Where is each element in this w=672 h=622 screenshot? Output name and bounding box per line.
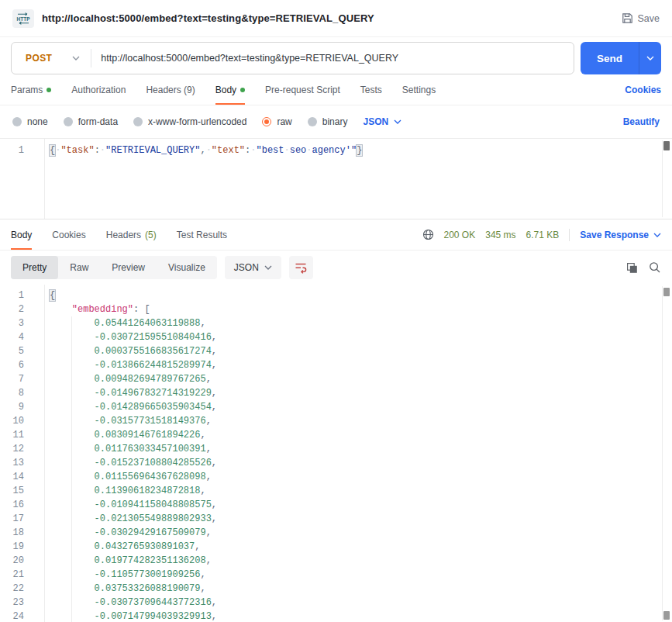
line-number: 15 (0, 484, 34, 498)
response-view-toolbar: Pretty Raw Preview Visualize JSON (0, 251, 672, 285)
radio-icon (308, 117, 317, 126)
line-number: 7 (0, 372, 34, 386)
chevron-down-icon (653, 233, 661, 237)
code-line: 17 -0.021305549889802933, (0, 512, 672, 526)
line-number: 6 (0, 358, 34, 372)
chevron-down-icon (264, 265, 272, 270)
line-number: 9 (0, 400, 34, 414)
code-token: · (206, 145, 212, 156)
code-line: 12 0.011763033457100391, (0, 442, 672, 456)
scrollbar-bottom-thumb[interactable] (663, 611, 670, 620)
line-number: 18 (0, 526, 34, 540)
save-button[interactable]: Save (622, 12, 660, 24)
http-method-icon: HTTP (12, 9, 34, 28)
code-content: -0.03157731518149376, (34, 414, 212, 428)
response-body-viewer[interactable]: 1{2 "embedding": [3 0.05441264063119888,… (0, 285, 672, 622)
response-tabs: Body Cookies Headers (5) Test Results 20… (0, 219, 672, 251)
code-line: 10 -0.03157731518149376, (0, 414, 672, 428)
view-tab-pretty[interactable]: Pretty (11, 256, 58, 279)
gutter-separator (44, 285, 45, 622)
request-body-editor[interactable]: 1 {·"task":·"RETRIEVAL_QUERY",·"text":·"… (0, 138, 672, 219)
response-format-select[interactable]: JSON (225, 256, 281, 279)
response-tab-test-results[interactable]: Test Results (177, 219, 227, 250)
beautify-link[interactable]: Beautify (623, 116, 660, 127)
tab-params[interactable]: Params (11, 74, 51, 105)
request-tabs: Params Authorization Headers (9) Body Pr… (0, 74, 672, 105)
tab-label: Pre-request Script (265, 85, 340, 95)
copy-icon[interactable] (626, 262, 638, 274)
radio-icon (133, 117, 143, 126)
tab-label: Authorization (71, 85, 126, 95)
method-selector[interactable]: POST (12, 43, 91, 74)
code-line: 1{ (0, 289, 672, 302)
tab-headers[interactable]: Headers (9) (146, 74, 195, 105)
code-token: : (95, 145, 100, 156)
tab-tests[interactable]: Tests (360, 74, 382, 105)
tab-pre-request-script[interactable]: Pre-request Script (265, 74, 340, 105)
radio-form-data[interactable]: form-data (64, 116, 118, 127)
code-content: 0.019774282351136208, (34, 554, 212, 568)
line-number: 1 (0, 289, 34, 302)
save-response-button[interactable]: Save Response (580, 230, 661, 240)
chevron-down-icon (646, 56, 654, 60)
send-options-button[interactable] (639, 42, 661, 74)
search-icon[interactable] (649, 261, 661, 274)
body-format-select[interactable]: JSON (363, 116, 401, 127)
code-line: 16 -0.010941158048808575, (0, 498, 672, 512)
tab-label: Settings (402, 85, 436, 95)
view-tab-visualize[interactable]: Visualize (157, 256, 217, 279)
send-button[interactable]: Send (581, 42, 639, 74)
tab-label: Body (11, 230, 32, 240)
line-number: 22 (0, 582, 34, 596)
url-input[interactable] (91, 53, 574, 64)
code-line: 5 0.0003755166835617274, (0, 344, 672, 358)
cookies-link[interactable]: Cookies (625, 85, 661, 95)
line-number: 5 (0, 344, 34, 358)
tab-body[interactable]: Body (215, 74, 245, 105)
code-line: 20 0.019774282351136208, (0, 554, 672, 568)
code-token: seo (290, 145, 307, 156)
radio-binary[interactable]: binary (308, 116, 348, 127)
code-line: 15 0.11390618234872818, (0, 484, 672, 498)
tab-authorization[interactable]: Authorization (71, 74, 126, 105)
response-size: 6.71 KB (526, 230, 560, 240)
scrollbar-thumb[interactable] (663, 288, 670, 296)
code-content: 0.05441264063119888, (34, 316, 206, 330)
wrap-text-button[interactable] (289, 256, 313, 279)
radio-raw[interactable]: raw (262, 116, 291, 127)
code-line: 19 0.0432765930891037, (0, 540, 672, 554)
code-token: · (100, 145, 105, 156)
response-tab-cookies[interactable]: Cookies (52, 219, 85, 250)
radio-none[interactable]: none (12, 116, 48, 127)
wrap-text-icon (295, 261, 307, 274)
save-response-label: Save Response (580, 230, 649, 240)
radio-x-www-form-urlencoded[interactable]: x-www-form-urlencoded (133, 116, 246, 127)
view-tab-preview[interactable]: Preview (100, 256, 157, 279)
view-tab-raw[interactable]: Raw (58, 256, 100, 279)
code-content: 0.011556964367628098, (34, 470, 212, 484)
scrollbar-thumb[interactable] (663, 141, 670, 150)
radio-label: form-data (78, 116, 118, 127)
code-token: } (357, 145, 362, 156)
response-format-label: JSON (234, 262, 259, 273)
green-dot (47, 88, 51, 92)
code-line: 7 0.009482694789767265, (0, 372, 672, 386)
line-number: 3 (0, 316, 34, 330)
text-cursor (362, 144, 363, 154)
line-number: 1 (0, 143, 34, 157)
tab-label: Body (215, 85, 236, 95)
body-format-label: JSON (363, 116, 388, 127)
response-tab-body[interactable]: Body (11, 219, 32, 250)
tab-label: Headers (9) (146, 85, 195, 95)
response-tab-headers[interactable]: Headers (5) (106, 219, 157, 250)
code-content: -0.007147994039329913, (34, 610, 217, 622)
globe-icon (422, 229, 434, 240)
code-line: 4 -0.030721595510840416, (0, 330, 672, 344)
code-line: 8 -0.014967832714319229, (0, 386, 672, 400)
code-line: 18 -0.03029429167509079, (0, 526, 672, 540)
code-line: 14 0.011556964367628098, (0, 470, 672, 484)
tab-label: Headers (106, 230, 141, 240)
tab-settings[interactable]: Settings (402, 74, 436, 105)
radio-label: raw (277, 116, 291, 127)
code-token: · (306, 145, 312, 156)
